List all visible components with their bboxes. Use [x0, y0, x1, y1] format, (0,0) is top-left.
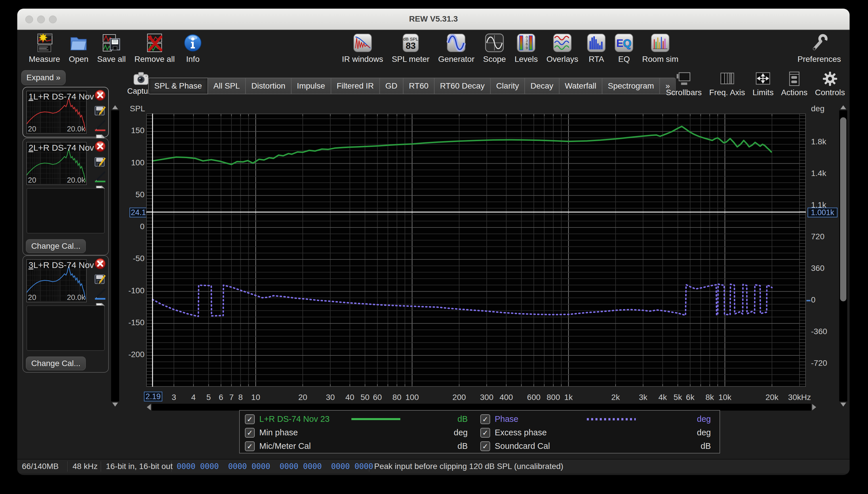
cursor-deg-readout[interactable]: 1.001k	[808, 208, 837, 217]
toolbar-button-levels[interactable]: Levels	[514, 33, 538, 64]
tab-all-spl[interactable]: All SPL	[208, 78, 246, 94]
freq-axis-scrollbar[interactable]	[152, 404, 811, 411]
scrollbar-thumb[interactable]	[840, 117, 846, 301]
toolbar-button-label: Preferences	[797, 55, 841, 64]
tab-rt60[interactable]: RT60	[403, 78, 434, 94]
measurement-thumbnail[interactable]: 1L+R DS-74 Nov2020.0k	[26, 91, 87, 134]
tab-waterfall[interactable]: Waterfall	[559, 78, 602, 94]
graph-button-actions[interactable]: Actions	[781, 71, 808, 97]
legend-checkbox[interactable]: ✓	[245, 428, 255, 438]
expand-button[interactable]: Expand »	[21, 70, 66, 85]
save-measurement-button[interactable]	[94, 155, 106, 169]
toolbar-button-scope[interactable]: Scope	[483, 33, 506, 64]
delete-measurement-button[interactable]	[94, 140, 106, 154]
tab-spl-phase[interactable]: SPL & Phase	[148, 78, 208, 94]
legend-checkbox[interactable]: ✓	[245, 414, 255, 424]
cursor-spl-readout[interactable]: 24.1	[129, 208, 147, 217]
toolbar-button-measure[interactable]: Measure	[29, 33, 60, 64]
measurement-thumbnail[interactable]: 2L+R DS-74 Nov2020.0k	[26, 142, 87, 185]
graph-button-controls[interactable]: Controls	[815, 71, 845, 97]
toolbar-button-ir-windows[interactable]: IR windows	[342, 33, 383, 64]
legend-label: Min phase	[259, 428, 351, 437]
spl-tick-label: -150	[119, 318, 144, 327]
legend-checkbox[interactable]: ✓	[480, 428, 490, 438]
thumbnail-xmin-label: 20	[28, 125, 36, 133]
delete-measurement-button[interactable]	[94, 89, 106, 102]
trace-color-button[interactable]	[94, 287, 106, 301]
delete-measurement-button[interactable]	[94, 258, 106, 271]
tab-distortion[interactable]: Distortion	[246, 78, 291, 94]
freq-tick-label: 20	[290, 393, 316, 402]
measurement-notes-area[interactable]	[26, 305, 105, 351]
cursor-freq-readout[interactable]: 2.19	[144, 392, 162, 401]
change-cal-button[interactable]: Change Cal...	[26, 357, 86, 370]
toolbar-button-label: Overlays	[546, 55, 578, 64]
tab-decay[interactable]: Decay	[525, 78, 559, 94]
legend-checkbox[interactable]: ✓	[480, 441, 490, 451]
tab-spectrogram[interactable]: Spectrogram	[602, 78, 659, 94]
spl-phase-plot[interactable]	[146, 114, 806, 387]
legend-line-sample	[587, 432, 636, 434]
graph-button-limits[interactable]: Limits	[753, 71, 774, 97]
wrench-icon	[810, 33, 829, 52]
scroll-right-icon[interactable]	[812, 404, 816, 410]
trace-color-button[interactable]	[94, 119, 106, 132]
scroll-up-icon[interactable]	[840, 105, 846, 109]
pen-icon	[94, 287, 106, 300]
measurement-title: 3L+R DS-74 Nov	[29, 260, 94, 270]
spl-tick-label: 150	[119, 126, 144, 135]
freq-tick-label: 2k	[603, 393, 629, 402]
toolbar-button-label: Levels	[514, 55, 538, 64]
scroll-down-icon[interactable]	[840, 402, 846, 406]
peak-input-info: Peak input before clipping 120 dB SPL (u…	[369, 461, 850, 472]
change-cal-button[interactable]: Change Cal...	[26, 239, 86, 253]
legend-line-sample	[351, 445, 400, 448]
measurement-thumbnail[interactable]: 3L+R DS-74 Nov2020.0k	[26, 259, 87, 302]
tab-filtered-ir[interactable]: Filtered IR	[331, 78, 380, 94]
tab-impulse[interactable]: Impulse	[291, 78, 331, 94]
save-measurement-button[interactable]	[94, 104, 106, 117]
tab-rt60-decay[interactable]: RT60 Decay	[434, 78, 490, 94]
toolbar-button-label: Scope	[483, 55, 506, 64]
scroll-up-icon[interactable]	[112, 105, 118, 109]
trace-color-button[interactable]	[94, 170, 106, 184]
thumbnail-xmax-label: 20.0k	[67, 293, 85, 302]
toolbar-button-room-sim[interactable]: Room sim	[642, 33, 679, 64]
toolbar-button-open[interactable]: Open	[69, 33, 89, 64]
graph-button-scrollbars[interactable]: Scrollbars	[666, 71, 702, 97]
toolbar-button-save-all[interactable]: Save all	[97, 33, 126, 64]
scroll-left-icon[interactable]	[147, 404, 151, 410]
legend-unit: deg	[697, 428, 711, 437]
legend-checkbox[interactable]: ✓	[480, 414, 490, 424]
toolbar-button-spl-meter[interactable]: SPL meter	[392, 33, 429, 64]
spl-tick-label: 100	[119, 158, 144, 167]
freq-tick-label: 10	[242, 393, 269, 402]
tab-gd[interactable]: GD	[380, 78, 403, 94]
toolbar-button-remove-all[interactable]: Remove all	[134, 33, 175, 64]
thumbnail-xmax-label: 20.0k	[67, 125, 85, 133]
legend-item-min-phase: ✓Min phasedeg	[240, 426, 475, 439]
legend-checkbox[interactable]: ✓	[245, 441, 255, 451]
title-bar: REW V5.31.3	[17, 8, 850, 30]
toolbar-button-preferences[interactable]: Preferences	[797, 33, 841, 64]
toolbar-button-rta[interactable]: RTA	[587, 33, 606, 64]
measurement-notes-area[interactable]	[26, 188, 105, 233]
left-axis-scrollbar[interactable]	[111, 110, 119, 401]
graph-button-freq-axis[interactable]: Freq. Axis	[709, 71, 745, 97]
legend-line-sample	[587, 445, 636, 448]
toolbar-button-overlays[interactable]: Overlays	[546, 33, 578, 64]
freq-tick-label: 1k	[556, 393, 581, 402]
scroll-down-icon[interactable]	[112, 402, 118, 406]
delete-icon	[94, 258, 106, 270]
save-measurement-button[interactable]	[94, 272, 106, 286]
generator-icon	[447, 33, 466, 52]
toolbar-button-label: RTA	[589, 55, 604, 64]
right-axis-scrollbar[interactable]	[839, 110, 847, 401]
toolbar-button-info[interactable]: Info	[183, 33, 202, 64]
tab-clarity[interactable]: Clarity	[490, 78, 525, 94]
toolbar-button-generator[interactable]: Generator	[438, 33, 474, 64]
freq-tick-label: 30kHz	[786, 393, 812, 402]
toolbar-button-eq[interactable]: EQ	[614, 33, 633, 64]
graph-button-label: Scrollbars	[666, 88, 702, 97]
controls-icon	[822, 71, 837, 86]
